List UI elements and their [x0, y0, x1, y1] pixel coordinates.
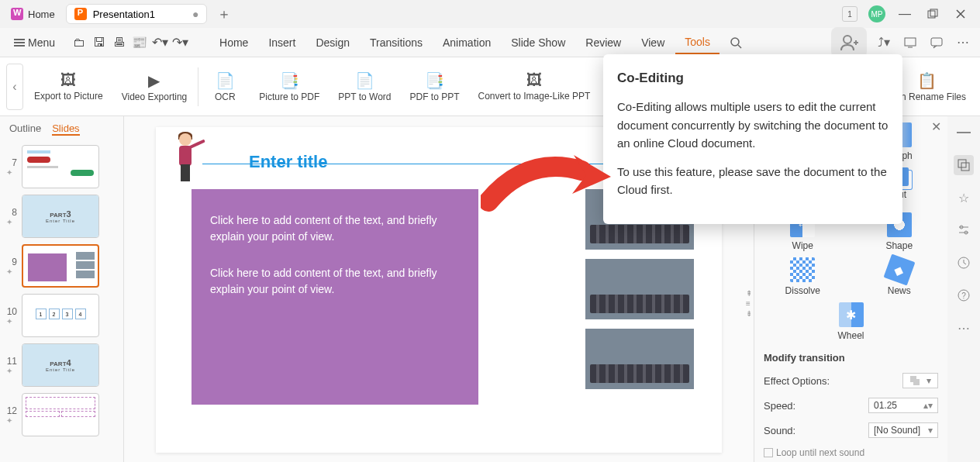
- classroom-image-3[interactable]: [585, 329, 694, 389]
- print-icon[interactable]: 🖶: [111, 34, 128, 51]
- sound-select[interactable]: [No Sound]▾: [868, 422, 938, 438]
- sidebar-settings-icon[interactable]: [954, 220, 974, 240]
- sidebar-object-icon[interactable]: [954, 155, 974, 175]
- tab-home-label: Home: [28, 9, 55, 20]
- menu-button[interactable]: Menu: [8, 33, 61, 52]
- animation-icon: ✦: [6, 168, 17, 177]
- search-icon[interactable]: [727, 34, 744, 51]
- tab-home[interactable]: Home: [3, 5, 63, 23]
- menu-transitions[interactable]: Transitions: [361, 32, 432, 53]
- sidebar-star-icon[interactable]: ☆: [954, 188, 974, 208]
- tab-unsaved-indicator: ●: [192, 8, 198, 20]
- nav-tab-outline[interactable]: Outline: [9, 122, 41, 136]
- speed-spinner[interactable]: 01.25▴▾: [868, 398, 938, 413]
- red-arrow-annotation: [481, 147, 612, 217]
- menu-review[interactable]: Review: [576, 32, 630, 53]
- canvas-down-icon[interactable]: ⇟: [746, 309, 752, 318]
- transition-wheel[interactable]: ✱Wheel: [828, 302, 875, 341]
- chat-icon[interactable]: [927, 33, 946, 52]
- thumbnail-11[interactable]: 11✦ PART4Enter Title: [6, 343, 117, 387]
- menu-insert[interactable]: Insert: [259, 32, 305, 53]
- ribbon-scroll-left[interactable]: ‹: [6, 64, 23, 110]
- menu-view[interactable]: View: [632, 32, 674, 53]
- open-icon[interactable]: 🗀: [71, 34, 88, 51]
- pdf-to-ppt-button[interactable]: 📑 PDF to PPT: [402, 70, 468, 104]
- sidebar-history-icon[interactable]: [954, 253, 974, 273]
- menu-tools[interactable]: Tools: [675, 31, 719, 54]
- transition-news[interactable]: ◆News: [876, 257, 923, 296]
- tab-document[interactable]: Presentation1 ●: [66, 4, 208, 24]
- ppt-to-word-button[interactable]: 📄 PPT to Word: [330, 70, 399, 104]
- maximize-button[interactable]: [924, 5, 941, 22]
- new-tab-button[interactable]: ＋: [215, 5, 233, 23]
- pdf-ppt-icon: 📑: [425, 71, 444, 90]
- tooltip-paragraph-2: To use this feature, please save the doc…: [617, 163, 889, 199]
- sidebar-more-icon[interactable]: ⋯: [954, 318, 974, 338]
- minimize-button[interactable]: —: [896, 5, 913, 22]
- svg-point-6: [844, 36, 851, 43]
- svg-rect-0: [928, 11, 935, 18]
- thumbnail-9[interactable]: 9✦: [6, 244, 117, 288]
- menu-design[interactable]: Design: [306, 32, 359, 53]
- export-picture-label: Export to Picture: [34, 91, 103, 102]
- slide-title[interactable]: Enter title: [249, 152, 327, 172]
- ocr-button[interactable]: 📄 OCR: [202, 70, 248, 104]
- ocr-label: OCR: [215, 91, 236, 102]
- classroom-image-2[interactable]: [585, 259, 694, 319]
- effect-options-label: Effect Options:: [764, 375, 830, 387]
- quick-access-toolbar: 🗀 🖫 🖶 📰 ↶▾ ↷▾: [71, 34, 188, 51]
- export-to-picture-button[interactable]: 🖼 Export to Picture: [26, 70, 111, 103]
- batch-rename-icon: 📋: [917, 71, 937, 90]
- side-icon-bar: ☆ ? ⋯: [947, 116, 980, 462]
- print-preview-icon[interactable]: 📰: [131, 34, 148, 51]
- presentation-icon: [74, 8, 87, 20]
- svg-rect-13: [913, 379, 920, 385]
- share-icon[interactable]: ⤴▾: [875, 33, 893, 52]
- loop-checkbox[interactable]: Loop until next sound: [764, 447, 938, 458]
- more-icon[interactable]: ⋯: [954, 33, 972, 52]
- video-exporting-button[interactable]: ▶ Video Exporting: [114, 70, 195, 104]
- placeholder-text-1: Click here to add content of the text, a…: [210, 212, 460, 245]
- export-picture-icon: 🖼: [60, 71, 76, 89]
- svg-rect-11: [931, 38, 942, 46]
- device-icon[interactable]: [901, 33, 920, 52]
- menubar: Menu 🗀 🖫 🖶 📰 ↶▾ ↷▾ Home Insert Design Tr…: [0, 28, 980, 57]
- titlebar: Home Presentation1 ● ＋ 1 MP —: [0, 0, 980, 28]
- menu-slideshow[interactable]: Slide Show: [502, 32, 575, 53]
- svg-line-5: [738, 45, 741, 48]
- convert-image-ppt-button[interactable]: 🖼 Convert to Image-Like PPT: [471, 70, 599, 103]
- coediting-button[interactable]: [831, 27, 867, 58]
- slide-navigator: Outline Slides 7✦ 8✦ PART3Enter Title 9✦…: [0, 116, 124, 462]
- canvas-menu-icon[interactable]: ≡: [746, 299, 752, 308]
- pic-pdf-icon: 📑: [280, 71, 299, 90]
- thumbnail-10[interactable]: 10✦ 1234: [6, 294, 117, 337]
- close-window-button[interactable]: [952, 5, 969, 22]
- menu-animation[interactable]: Animation: [433, 32, 500, 53]
- user-avatar[interactable]: MP: [868, 5, 885, 22]
- ppt-word-icon: 📄: [355, 71, 374, 90]
- animation-icon: ✦: [6, 416, 17, 425]
- canvas-up-icon[interactable]: ⇞: [746, 289, 752, 298]
- thumbnail-8[interactable]: 8✦ PART3Enter Title: [6, 195, 117, 238]
- svg-rect-9: [905, 38, 916, 46]
- window-count-badge[interactable]: 1: [842, 6, 858, 22]
- thumbnail-12[interactable]: 12✦: [6, 393, 117, 436]
- sidebar-collapse-button[interactable]: [954, 122, 974, 143]
- undo-icon[interactable]: ↶▾: [151, 34, 168, 51]
- nav-tab-slides[interactable]: Slides: [52, 122, 79, 136]
- menu-home[interactable]: Home: [210, 32, 257, 53]
- save-icon[interactable]: 🖫: [91, 34, 108, 51]
- thumbnail-7[interactable]: 7✦: [6, 145, 117, 188]
- hamburger-icon: [14, 39, 25, 47]
- sidebar-help-icon[interactable]: ?: [954, 285, 974, 305]
- menu-label: Menu: [28, 36, 55, 49]
- content-placeholder[interactable]: Click here to add content of the text, a…: [192, 189, 478, 405]
- transition-dissolve[interactable]: Dissolve: [779, 257, 826, 296]
- svg-point-4: [731, 38, 739, 46]
- video-export-icon: ▶: [148, 71, 160, 90]
- tab-doc-label: Presentation1: [93, 9, 155, 20]
- picture-to-pdf-button[interactable]: 📑 Picture to PDF: [251, 70, 327, 104]
- panel-close-button[interactable]: ✕: [931, 119, 941, 134]
- effect-options-select[interactable]: ▾: [902, 373, 938, 388]
- redo-icon[interactable]: ↷▾: [171, 34, 188, 51]
